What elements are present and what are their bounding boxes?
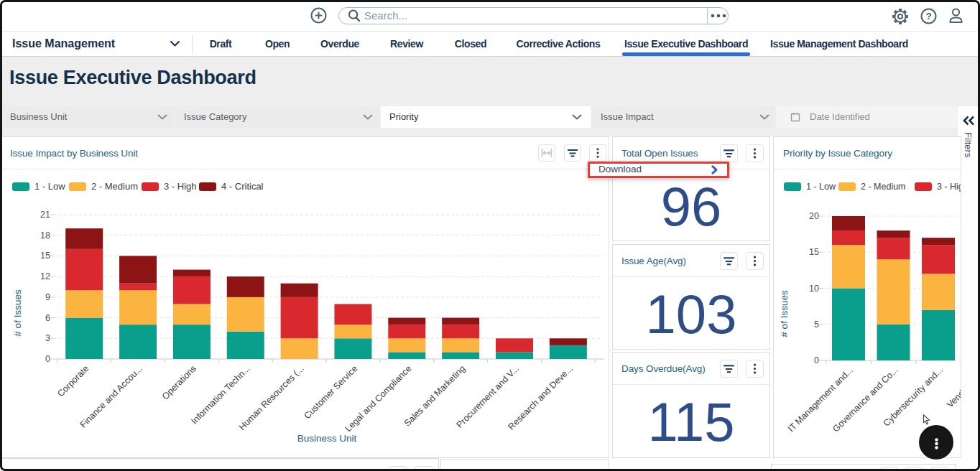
svg-text:Business Unit: Business Unit [297, 433, 357, 444]
svg-text:Finance and Accou...: Finance and Accou... [78, 363, 144, 429]
svg-text:# of Issues: # of Issues [779, 290, 790, 337]
svg-text:Operations: Operations [160, 363, 198, 401]
svg-text:20: 20 [809, 211, 819, 221]
svg-text:18: 18 [40, 230, 50, 241]
svg-text:6: 6 [45, 313, 50, 323]
svg-text:0: 0 [45, 354, 50, 364]
svg-text:15: 15 [40, 251, 50, 261]
svg-text:Corporate: Corporate [55, 363, 91, 398]
svg-text:Information Techn...: Information Techn... [189, 363, 251, 426]
svg-text:Customer Service: Customer Service [302, 363, 359, 421]
svg-text:0: 0 [814, 355, 819, 365]
svg-text:Vendor and...: Vendor and... [945, 365, 961, 409]
svg-text:3: 3 [45, 333, 50, 343]
svg-text:12: 12 [40, 271, 50, 281]
svg-text:9: 9 [45, 292, 50, 302]
svg-text:10: 10 [809, 284, 819, 294]
svg-text:21: 21 [40, 210, 50, 220]
svg-text:15: 15 [809, 247, 819, 257]
svg-text:?: ? [925, 11, 931, 22]
svg-text:# of Issues: # of Issues [12, 289, 23, 337]
svg-text:Sales and Marketing: Sales and Marketing [402, 363, 468, 429]
svg-text:5: 5 [814, 320, 819, 330]
